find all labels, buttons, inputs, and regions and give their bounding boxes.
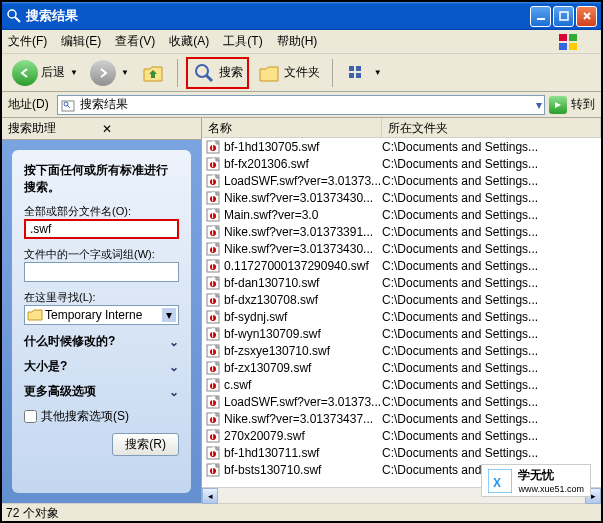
sidebar-header: 搜索助理 ✕ bbox=[2, 118, 201, 140]
forward-dropdown-icon[interactable]: ▼ bbox=[121, 68, 129, 77]
size-expander[interactable]: 大小是? ⌄ bbox=[24, 358, 179, 375]
file-name: bf-zx130709.swf bbox=[224, 361, 382, 375]
file-folder: C:\Documents and Settings... bbox=[382, 429, 601, 443]
swf-file-icon: f bbox=[206, 310, 222, 324]
views-button[interactable]: ▼ bbox=[341, 58, 386, 88]
file-row[interactable]: fNike.swf?ver=3.01373391...C:\Documents … bbox=[202, 223, 601, 240]
window-title: 搜索结果 bbox=[26, 7, 530, 25]
menu-edit[interactable]: 编辑(E) bbox=[61, 33, 101, 50]
search-button[interactable]: 搜索 bbox=[192, 58, 243, 88]
views-icon bbox=[345, 61, 369, 85]
address-input[interactable]: 搜索结果 ▾ bbox=[57, 95, 545, 115]
file-row[interactable]: fbf-sydnj.swfC:\Documents and Settings..… bbox=[202, 308, 601, 325]
file-row[interactable]: fLoadSWF.swf?ver=3.01373...C:\Documents … bbox=[202, 172, 601, 189]
file-row[interactable]: fNike.swf?ver=3.01373430...C:\Documents … bbox=[202, 189, 601, 206]
chevron-down-icon: ⌄ bbox=[169, 360, 179, 374]
size-label: 大小是? bbox=[24, 358, 67, 375]
maximize-button[interactable] bbox=[553, 6, 574, 27]
file-name: bf-bsts130710.swf bbox=[224, 463, 382, 477]
views-dropdown-icon[interactable]: ▼ bbox=[374, 68, 382, 77]
column-name[interactable]: 名称 bbox=[202, 118, 382, 137]
swf-file-icon: f bbox=[206, 259, 222, 273]
folders-button[interactable]: 文件夹 bbox=[253, 58, 324, 88]
lookin-dropdown-icon[interactable]: ▾ bbox=[162, 308, 176, 322]
minimize-button[interactable] bbox=[530, 6, 551, 27]
file-row[interactable]: fbf-zsxye130710.swfC:\Documents and Sett… bbox=[202, 342, 601, 359]
file-folder: C:\Documents and Settings... bbox=[382, 327, 601, 341]
statusbar: 72 个对象 bbox=[2, 503, 601, 523]
swf-file-icon: f bbox=[206, 293, 222, 307]
address-dropdown-icon[interactable]: ▾ bbox=[536, 98, 542, 112]
swf-file-icon: f bbox=[206, 174, 222, 188]
folders-icon bbox=[257, 61, 281, 85]
svg-rect-9 bbox=[569, 43, 577, 50]
file-row[interactable]: fMain.swf?ver=3.0C:\Documents and Settin… bbox=[202, 206, 601, 223]
column-folder[interactable]: 所在文件夹 bbox=[382, 118, 601, 137]
file-folder: C:\Documents and Settings... bbox=[382, 276, 601, 290]
file-row[interactable]: fbf-zx130709.swfC:\Documents and Setting… bbox=[202, 359, 601, 376]
more-options-expander[interactable]: 更多高级选项 ⌄ bbox=[24, 383, 179, 400]
svg-rect-2 bbox=[537, 18, 545, 20]
filename-input[interactable] bbox=[24, 219, 179, 239]
up-button[interactable] bbox=[137, 58, 169, 88]
when-modified-expander[interactable]: 什么时候修改的? ⌄ bbox=[24, 333, 179, 350]
watermark-logo-icon: X bbox=[488, 469, 512, 493]
forward-button[interactable]: ▼ bbox=[86, 58, 133, 88]
app-icon bbox=[6, 8, 22, 24]
menu-view[interactable]: 查看(V) bbox=[115, 33, 155, 50]
word-input[interactable] bbox=[24, 262, 179, 282]
file-name: Main.swf?ver=3.0 bbox=[224, 208, 382, 222]
file-folder: C:\Documents and Settings... bbox=[382, 242, 601, 256]
folder-icon bbox=[27, 308, 43, 322]
lookin-select[interactable]: Temporary Interne ▾ bbox=[24, 305, 179, 325]
file-folder: C:\Documents and Settings... bbox=[382, 395, 601, 409]
back-dropdown-icon[interactable]: ▼ bbox=[70, 68, 78, 77]
file-row[interactable]: fNike.swf?ver=3.01373437...C:\Documents … bbox=[202, 410, 601, 427]
back-button[interactable]: 后退 ▼ bbox=[8, 58, 82, 88]
file-folder: C:\Documents and Settings... bbox=[382, 174, 601, 188]
file-name: bf-wyn130709.swf bbox=[224, 327, 382, 341]
other-options-row[interactable]: 其他搜索选项(S) bbox=[24, 408, 179, 425]
file-folder: C:\Documents and Settings... bbox=[382, 208, 601, 222]
file-row[interactable]: fbf-1hd130711.swfC:\Documents and Settin… bbox=[202, 444, 601, 461]
file-row[interactable]: fLoadSWF.swf?ver=3.01373...C:\Documents … bbox=[202, 393, 601, 410]
file-name: bf-sydnj.swf bbox=[224, 310, 382, 324]
svg-rect-6 bbox=[559, 34, 567, 41]
address-value: 搜索结果 bbox=[80, 96, 128, 113]
file-row[interactable]: fbf-dan130710.swfC:\Documents and Settin… bbox=[202, 274, 601, 291]
search-submit-button[interactable]: 搜索(R) bbox=[112, 433, 179, 456]
menu-favorites[interactable]: 收藏(A) bbox=[169, 33, 209, 50]
filename-label: 全部或部分文件名(O): bbox=[24, 205, 131, 217]
search-icon bbox=[192, 61, 216, 85]
svg-rect-8 bbox=[559, 43, 567, 50]
swf-file-icon: f bbox=[206, 412, 222, 426]
scroll-left-icon[interactable]: ◂ bbox=[202, 488, 218, 504]
menu-tools[interactable]: 工具(T) bbox=[223, 33, 262, 50]
go-button[interactable]: 转到 bbox=[549, 96, 595, 114]
file-row[interactable]: fNike.swf?ver=3.01373430...C:\Documents … bbox=[202, 240, 601, 257]
swf-file-icon: f bbox=[206, 242, 222, 256]
menu-help[interactable]: 帮助(H) bbox=[277, 33, 318, 50]
lookin-value: Temporary Interne bbox=[43, 308, 162, 322]
svg-point-0 bbox=[8, 10, 16, 18]
lookin-label: 在这里寻找(L): bbox=[24, 291, 96, 303]
other-options-checkbox[interactable] bbox=[24, 410, 37, 423]
file-row[interactable]: fbf-wyn130709.swfC:\Documents and Settin… bbox=[202, 325, 601, 342]
file-row[interactable]: fbf-fx201306.swfC:\Documents and Setting… bbox=[202, 155, 601, 172]
file-row[interactable]: fbf-dxz130708.swfC:\Documents and Settin… bbox=[202, 291, 601, 308]
menu-file[interactable]: 文件(F) bbox=[8, 33, 47, 50]
file-row[interactable]: fc.swfC:\Documents and Settings... bbox=[202, 376, 601, 393]
sidebar-panel: 按下面任何或所有标准进行搜索。 全部或部分文件名(O): 文件中的一个字或词组(… bbox=[2, 140, 201, 503]
go-icon bbox=[549, 96, 567, 114]
swf-file-icon: f bbox=[206, 140, 222, 154]
search-button-highlight: 搜索 bbox=[186, 57, 249, 89]
file-row[interactable]: f0.11727000137290940.swfC:\Documents and… bbox=[202, 257, 601, 274]
sidebar-close-icon[interactable]: ✕ bbox=[102, 122, 196, 136]
sidebar-title: 搜索助理 bbox=[8, 120, 102, 137]
file-row[interactable]: fbf-1hd130705.swfC:\Documents and Settin… bbox=[202, 138, 601, 155]
search-sidebar: 搜索助理 ✕ 按下面任何或所有标准进行搜索。 全部或部分文件名(O): 文件中的… bbox=[2, 118, 202, 503]
svg-rect-14 bbox=[349, 73, 354, 78]
file-row[interactable]: f270x20079.swfC:\Documents and Settings.… bbox=[202, 427, 601, 444]
close-button[interactable] bbox=[576, 6, 597, 27]
file-folder: C:\Documents and Settings... bbox=[382, 293, 601, 307]
